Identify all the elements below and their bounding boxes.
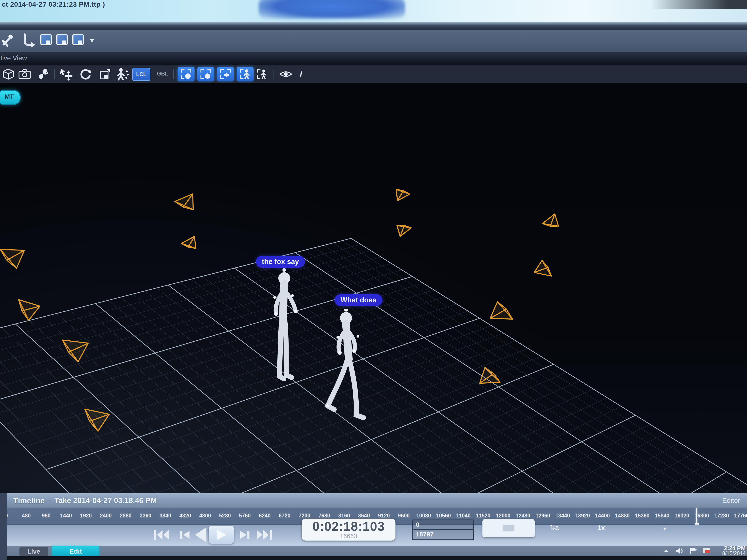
camera-frustum[interactable] bbox=[480, 368, 500, 383]
title-bar-blue-highlight bbox=[259, 0, 405, 19]
coords-local-toggle[interactable]: LCL bbox=[132, 68, 150, 81]
ruler-tick: 13440 bbox=[556, 513, 570, 519]
ruler-tick: 5760 bbox=[239, 513, 251, 519]
range-end-field[interactable]: 18797 bbox=[413, 530, 473, 539]
ruler-tick: 4320 bbox=[179, 513, 191, 519]
ruler-tick: 3840 bbox=[159, 513, 171, 519]
playhead[interactable] bbox=[696, 508, 697, 524]
action-center-flag-icon[interactable] bbox=[689, 547, 698, 556]
ruler-tick: 14400 bbox=[595, 513, 610, 519]
speed-dropdown-caret[interactable]: ▾ bbox=[663, 525, 666, 532]
ruler-tick: 4800 bbox=[199, 513, 211, 519]
camera-frustum[interactable] bbox=[85, 409, 109, 431]
rotate-icon[interactable] bbox=[79, 68, 92, 81]
timecode-display: 0:02:18:103 16663 bbox=[302, 518, 395, 540]
camera-frustum[interactable] bbox=[542, 214, 559, 226]
toolbar-separator bbox=[54, 69, 55, 79]
edit-mode-button[interactable]: Edit bbox=[52, 546, 99, 557]
ruler-tick: 7680 bbox=[318, 513, 330, 519]
panel-window-icon[interactable] bbox=[40, 34, 52, 45]
camera-frustum[interactable] bbox=[62, 340, 88, 362]
playback-speed-label[interactable]: 1x bbox=[597, 524, 605, 532]
ruler-tick: 5280 bbox=[219, 513, 231, 519]
select-bone-icon[interactable] bbox=[254, 67, 271, 81]
more-dot-icon[interactable] bbox=[90, 39, 95, 44]
timeline-title: Timeline bbox=[13, 496, 45, 505]
viewport-3d[interactable]: MT the fox say What does bbox=[0, 83, 747, 493]
playback-range-box[interactable]: 0 18797 bbox=[412, 519, 474, 540]
timeline-dash: – bbox=[46, 496, 50, 505]
viewport-toolbar: LCL GBL i bbox=[0, 65, 747, 83]
skip-to-start-button[interactable] bbox=[153, 529, 170, 542]
tools-icon[interactable] bbox=[1, 33, 15, 48]
play-button[interactable] bbox=[209, 526, 234, 544]
camera-frustum[interactable] bbox=[181, 237, 196, 248]
ruler-tick: 15360 bbox=[635, 513, 649, 519]
photo-dark-corner bbox=[651, 0, 747, 9]
camera-icon[interactable] bbox=[18, 68, 32, 81]
ruler-tick: 13920 bbox=[575, 513, 590, 519]
panel-window-icon[interactable] bbox=[72, 34, 84, 45]
select-move-icon[interactable] bbox=[59, 68, 74, 81]
ruler-tick: 3360 bbox=[139, 513, 151, 519]
camera-frustums-layer[interactable] bbox=[0, 83, 747, 493]
camera-frustum[interactable] bbox=[397, 225, 411, 237]
select-marker-plus-toggle[interactable] bbox=[217, 67, 234, 81]
range-start-field[interactable]: 0 bbox=[413, 520, 473, 530]
taskbar-clock[interactable]: 2:24 PM 8/15/2014 bbox=[722, 545, 746, 556]
tray-expand-caret-icon[interactable] bbox=[663, 549, 669, 554]
live-mode-button[interactable]: Live bbox=[20, 547, 48, 556]
speaker-icon[interactable] bbox=[675, 547, 685, 556]
timeline-editor-label[interactable]: Editor bbox=[722, 497, 740, 504]
ruler-tick: 9120 bbox=[378, 513, 390, 519]
ruler-tick: 15840 bbox=[655, 513, 669, 519]
panel-window-icon[interactable] bbox=[56, 34, 68, 45]
ruler-tick: 17760 bbox=[734, 513, 747, 519]
skeleton-icon[interactable] bbox=[115, 68, 130, 81]
display-status-icon[interactable] bbox=[702, 547, 712, 556]
ruler-tick: 12960 bbox=[536, 513, 550, 519]
ruler-tick: 11520 bbox=[476, 513, 490, 519]
viewport-mode-badge[interactable]: MT bbox=[0, 90, 21, 105]
camera-frustum[interactable] bbox=[396, 189, 410, 201]
info-icon[interactable]: i bbox=[298, 68, 304, 81]
scale-icon[interactable] bbox=[99, 68, 112, 81]
actor-name-label: the fox say bbox=[256, 256, 305, 268]
timeline-header[interactable]: Timeline – Take 2014-04-27 03.18.46 PM E… bbox=[0, 493, 747, 509]
auto-scale-icon[interactable]: ⇅a bbox=[549, 524, 559, 531]
next-frame-button[interactable] bbox=[239, 529, 250, 542]
ruler-tick: 6720 bbox=[279, 513, 290, 519]
loop-mode-button[interactable] bbox=[483, 519, 535, 537]
toolbar-separator bbox=[273, 69, 274, 79]
title-bar-bottom-edge bbox=[0, 22, 747, 30]
camera-frustum[interactable] bbox=[0, 249, 24, 268]
app-toolbar bbox=[0, 30, 747, 52]
camera-frustum[interactable] bbox=[534, 261, 551, 276]
window-title: ct 2014-04-27 03:21:23 PM.ttp ) bbox=[2, 0, 105, 8]
monitor-bezel bbox=[0, 556, 747, 560]
ruler-tick: 12480 bbox=[516, 513, 530, 519]
timeline-take-name: Take 2014-04-27 03.18.46 PM bbox=[54, 496, 157, 505]
camera-frustum[interactable] bbox=[19, 300, 40, 320]
pan-arrow-icon[interactable] bbox=[21, 32, 36, 49]
camera-frustum[interactable] bbox=[175, 194, 193, 210]
select-skeleton-toggle[interactable] bbox=[237, 67, 254, 81]
eye-icon[interactable] bbox=[279, 68, 293, 81]
skip-to-end-button[interactable] bbox=[256, 529, 273, 542]
ruler-tick: 7200 bbox=[299, 513, 310, 519]
coords-global-toggle[interactable]: GBL bbox=[154, 68, 172, 80]
select-marker-toggle[interactable] bbox=[178, 67, 195, 81]
orbit-fan-icon[interactable] bbox=[36, 68, 50, 81]
clock-date: 8/15/2014 bbox=[722, 551, 746, 556]
play-backward-button[interactable] bbox=[194, 526, 207, 544]
toolbar-separator bbox=[173, 69, 174, 79]
cube-icon[interactable] bbox=[2, 68, 15, 81]
clock-time: 2:24 PM bbox=[722, 545, 746, 551]
viewport-header: tive View bbox=[0, 52, 747, 65]
camera-frustum[interactable] bbox=[490, 302, 512, 319]
ruler-tick: 1440 bbox=[60, 513, 72, 519]
select-rigid-body-toggle[interactable] bbox=[197, 67, 214, 81]
ruler-tick: 14880 bbox=[615, 513, 629, 519]
previous-frame-button[interactable] bbox=[179, 529, 190, 542]
loop-icon bbox=[503, 524, 515, 532]
